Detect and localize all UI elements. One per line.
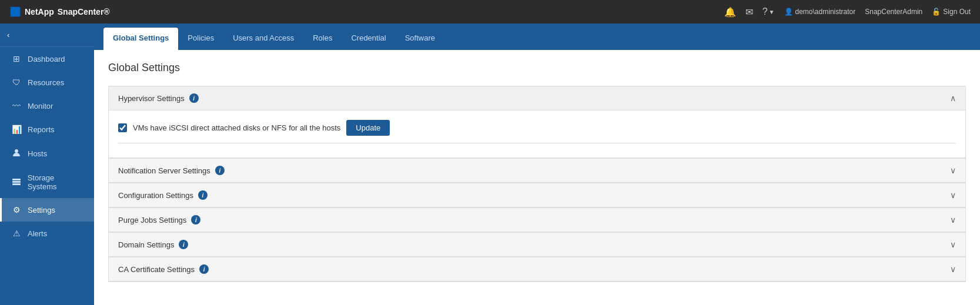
accordion-header-notification[interactable]: Notification Server Settings i ∨ xyxy=(109,159,965,183)
notification-settings-label: Notification Server Settings xyxy=(118,166,210,175)
topbar-user-info: 👤 demo\administrator xyxy=(784,8,856,16)
accordion-title-hypervisor: Hypervisor Settings i xyxy=(118,93,199,103)
chevron-down-icon: ∨ xyxy=(950,166,956,175)
alerts-icon: ⚠ xyxy=(11,229,22,238)
accordion-header-hypervisor[interactable]: Hypervisor Settings i ∧ xyxy=(109,86,965,110)
hypervisor-checkbox-row: VMs have iSCSI direct attached disks or … xyxy=(118,120,956,136)
sidebar: ‹ ⊞ Dashboard 🛡 Resources 〰 Monitor 📊 Re… xyxy=(0,24,94,305)
brand-name: NetApp xyxy=(25,7,54,16)
netapp-logo: NetApp SnapCenter® xyxy=(9,6,110,18)
hypervisor-settings-label: Hypervisor Settings xyxy=(118,94,185,103)
accordion-title-ca-certificate: CA Certificate Settings i xyxy=(118,264,209,274)
app-layout: ‹ ⊞ Dashboard 🛡 Resources 〰 Monitor 📊 Re… xyxy=(0,24,980,305)
tab-global-settings[interactable]: Global Settings xyxy=(103,28,178,50)
chevron-down-icon: ∨ xyxy=(950,240,956,249)
hosts-icon xyxy=(11,148,22,159)
sidebar-item-label: Resources xyxy=(28,78,64,87)
sidebar-item-storage-systems[interactable]: Storage Systems xyxy=(0,166,94,198)
svg-rect-1 xyxy=(15,7,20,12)
signout-label: Sign Out xyxy=(943,8,971,16)
notification-icon[interactable]: 🔔 xyxy=(724,6,736,18)
hypervisor-update-button[interactable]: Update xyxy=(346,120,390,136)
svg-rect-5 xyxy=(12,179,21,180)
tab-credential[interactable]: Credential xyxy=(342,28,395,50)
sidebar-item-monitor[interactable]: 〰 Monitor xyxy=(0,94,94,118)
tab-users-and-access[interactable]: Users and Access xyxy=(223,28,303,50)
hypervisor-checkbox[interactable] xyxy=(118,123,127,132)
sidebar-item-label: Monitor xyxy=(28,102,53,110)
user-icon: 👤 xyxy=(784,8,793,16)
hypervisor-checkbox-label: VMs have iSCSI direct attached disks or … xyxy=(133,123,340,132)
notification-info-icon[interactable]: i xyxy=(215,166,225,175)
content-area: Global Settings Hypervisor Settings i ∧ … xyxy=(94,50,980,305)
ca-certificate-info-icon[interactable]: i xyxy=(199,264,209,274)
settings-icon: ⚙ xyxy=(11,205,22,214)
sidebar-item-label: Dashboard xyxy=(28,55,65,63)
accordion-header-domain[interactable]: Domain Settings i ∨ xyxy=(109,233,965,257)
storage-icon xyxy=(11,177,22,188)
chevron-down-icon: ∨ xyxy=(950,215,956,224)
accordion-configuration: Configuration Settings i ∨ xyxy=(108,183,966,208)
ca-certificate-settings-label: CA Certificate Settings xyxy=(118,265,195,274)
sidebar-item-settings[interactable]: ⚙ Settings xyxy=(0,198,94,222)
svg-point-4 xyxy=(15,149,18,153)
svg-rect-7 xyxy=(12,183,21,185)
accordion-header-ca-certificate[interactable]: CA Certificate Settings i ∨ xyxy=(109,257,965,281)
accordion-title-domain: Domain Settings i xyxy=(118,240,188,249)
sidebar-item-label: Alerts xyxy=(28,229,47,238)
tab-roles[interactable]: Roles xyxy=(303,28,342,50)
accordion-header-purge[interactable]: Purge Jobs Settings i ∨ xyxy=(109,208,965,232)
accordion-notification-server: Notification Server Settings i ∨ xyxy=(108,159,966,183)
sidebar-item-alerts[interactable]: ⚠ Alerts xyxy=(0,222,94,245)
topbar-actions: 🔔 ✉ ? ▼ 👤 demo\administrator SnapCenterA… xyxy=(724,6,971,18)
accordion-title-notification: Notification Server Settings i xyxy=(118,166,225,175)
svg-rect-6 xyxy=(12,181,21,183)
sidebar-item-label: Hosts xyxy=(28,149,47,158)
svg-rect-2 xyxy=(11,12,15,16)
sidebar-item-reports[interactable]: 📊 Reports xyxy=(0,118,94,141)
sidebar-item-resources[interactable]: 🛡 Resources xyxy=(0,71,94,94)
signout-button[interactable]: 🔓 Sign Out xyxy=(932,8,971,16)
accordion-purge-jobs: Purge Jobs Settings i ∨ xyxy=(108,208,966,233)
chevron-down-icon: ∨ xyxy=(950,264,956,274)
configuration-settings-label: Configuration Settings xyxy=(118,191,193,200)
sidebar-item-label: Storage Systems xyxy=(28,173,85,191)
chevron-up-icon: ∧ xyxy=(950,93,956,103)
page-title: Global Settings xyxy=(108,62,966,74)
purge-info-icon[interactable]: i xyxy=(191,215,200,224)
main-area: Global Settings Policies Users and Acces… xyxy=(94,24,980,305)
accordion-body-hypervisor: VMs have iSCSI direct attached disks or … xyxy=(109,110,965,158)
domain-info-icon[interactable]: i xyxy=(179,240,188,249)
tab-policies[interactable]: Policies xyxy=(178,28,223,50)
svg-rect-3 xyxy=(15,12,20,16)
accordion-header-configuration[interactable]: Configuration Settings i ∨ xyxy=(109,183,965,207)
tab-software[interactable]: Software xyxy=(396,28,444,50)
collapse-icon: ‹ xyxy=(7,31,9,39)
svg-rect-0 xyxy=(11,7,15,12)
chevron-down-icon: ∨ xyxy=(950,190,956,200)
hypervisor-info-icon[interactable]: i xyxy=(189,93,199,103)
mail-icon[interactable]: ✉ xyxy=(745,6,753,18)
resources-icon: 🛡 xyxy=(11,78,22,87)
monitor-icon: 〰 xyxy=(11,101,22,110)
user-name: demo\administrator xyxy=(795,8,856,16)
topbar-role: SnapCenterAdmin xyxy=(865,8,922,16)
help-icon[interactable]: ? ▼ xyxy=(762,6,775,17)
topbar-brand: NetApp SnapCenter® xyxy=(9,6,110,18)
configuration-info-icon[interactable]: i xyxy=(198,190,208,200)
accordion-title-purge: Purge Jobs Settings i xyxy=(118,215,200,224)
accordion-domain: Domain Settings i ∨ xyxy=(108,233,966,257)
reports-icon: 📊 xyxy=(11,125,22,134)
accordion-ca-certificate: CA Certificate Settings i ∨ xyxy=(108,257,966,282)
sidebar-item-hosts[interactable]: Hosts xyxy=(0,141,94,166)
product-name: SnapCenter® xyxy=(58,7,110,16)
signout-icon: 🔓 xyxy=(932,8,941,16)
sidebar-item-dashboard[interactable]: ⊞ Dashboard xyxy=(0,47,94,71)
domain-settings-label: Domain Settings xyxy=(118,240,174,249)
tabs-bar: Global Settings Policies Users and Acces… xyxy=(94,24,980,50)
topbar: NetApp SnapCenter® 🔔 ✉ ? ▼ 👤 demo\admini… xyxy=(0,0,980,24)
sidebar-collapse-button[interactable]: ‹ xyxy=(0,24,94,47)
sidebar-item-label: Reports xyxy=(28,125,55,134)
accordion-hypervisor-settings: Hypervisor Settings i ∧ VMs have iSCSI d… xyxy=(108,86,966,159)
sidebar-item-label: Settings xyxy=(28,206,55,214)
